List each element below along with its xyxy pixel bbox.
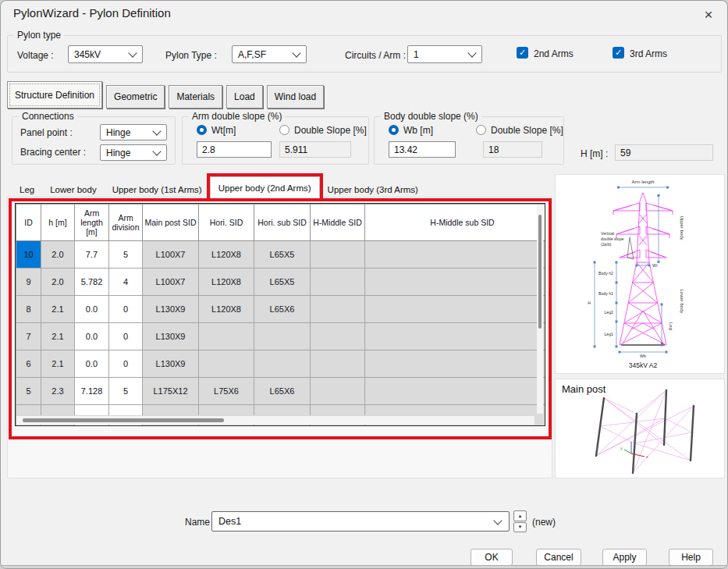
table-cell[interactable]: L100X7 [143, 241, 199, 268]
wt-input[interactable]: 2.8 [197, 141, 272, 158]
table-cell[interactable] [365, 296, 546, 323]
table-cell[interactable]: 2.3 [41, 378, 75, 405]
voltage-label: Voltage : [17, 50, 54, 61]
table-cell[interactable]: 5 [109, 378, 143, 405]
wt-radio[interactable] [197, 125, 207, 135]
row-id-cell[interactable]: 7 [16, 323, 41, 350]
spinner-down-button[interactable]: ▼ [513, 522, 527, 533]
table-cell[interactable]: L100X7 [143, 268, 199, 296]
subtab-upper-body-2nd-arms[interactable]: Upper body (2nd Arms) [210, 176, 320, 198]
pylon-definition-dialog: PylonWizard - Pylon Definition × Pylon t… [0, 0, 728, 569]
row-id-cell[interactable]: 8 [16, 296, 41, 323]
table-cell[interactable]: L175X12 [143, 378, 199, 405]
column-header-id: ID [16, 204, 41, 241]
table-cell[interactable]: 0.0 [75, 296, 109, 323]
table-cell[interactable]: L75X6 [199, 378, 254, 405]
wb-radio[interactable] [389, 125, 399, 135]
table-cell[interactable]: L120X8 [199, 241, 254, 268]
table-cell[interactable] [365, 378, 546, 405]
table-cell[interactable] [311, 323, 365, 350]
table-cell[interactable] [311, 296, 365, 323]
table-cell[interactable] [365, 268, 546, 296]
tab-load[interactable]: Load [226, 85, 263, 108]
table-cell[interactable]: L130X9 [143, 350, 199, 378]
subtab-upper-body-3rd-arms[interactable]: Upper body (3rd Arms) [320, 180, 426, 198]
table-cell[interactable]: 2.1 [41, 296, 75, 323]
table-cell[interactable] [365, 323, 546, 350]
row-id-cell[interactable]: 6 [16, 350, 41, 378]
table-cell[interactable] [311, 268, 365, 296]
table-cell[interactable]: 2.0 [41, 241, 75, 268]
table-cell[interactable]: 5.782 [75, 268, 109, 296]
table-cell[interactable]: L65X5 [254, 241, 311, 268]
leg-dim-label: Leg [669, 322, 673, 330]
apply-button[interactable]: Apply [602, 549, 647, 566]
tab-structure-definition[interactable]: Structure Definition [7, 81, 102, 108]
tab-wind-load[interactable]: Wind load [267, 85, 324, 108]
vertical-scrollbar[interactable] [537, 204, 543, 414]
table-cell[interactable] [254, 323, 311, 350]
help-button[interactable]: Help [669, 549, 713, 566]
table-cell[interactable]: 0 [109, 323, 143, 350]
table-cell[interactable]: L65X5 [254, 268, 311, 296]
table-cell[interactable]: L65X6 [254, 378, 311, 405]
window-title: PylonWizard - Pylon Definition [13, 6, 171, 20]
table-cell[interactable] [254, 350, 311, 378]
tab-geometric[interactable]: Geometric [106, 85, 165, 108]
third-arms-checkbox[interactable]: ✓ [613, 47, 624, 59]
table-cell[interactable]: L130X9 [143, 323, 199, 350]
subtab-upper-body-1st-arms[interactable]: Upper body (1st Arms) [105, 180, 210, 198]
vertical-scrollbar-thumb[interactable] [538, 215, 542, 329]
table-cell[interactable]: 0.0 [75, 350, 109, 378]
table-cell[interactable]: 2.1 [41, 350, 75, 378]
table-cell[interactable] [311, 241, 365, 268]
table-cell[interactable]: 5 [109, 241, 143, 268]
body-double-slope-group-label: Body double slope (%) [381, 111, 481, 122]
table-cell[interactable] [365, 241, 546, 268]
body-double-slope-radio[interactable] [476, 125, 486, 135]
name-combobox[interactable]: Des1 [211, 511, 510, 532]
subtab-lower-body[interactable]: Lower body [42, 180, 104, 198]
horizontal-scrollbar[interactable] [16, 415, 534, 425]
table-cell[interactable]: L65X6 [254, 296, 311, 323]
table-cell[interactable]: 2.1 [41, 323, 75, 350]
table-cell[interactable]: 2.0 [41, 268, 75, 296]
table-cell[interactable]: L120X8 [199, 268, 254, 296]
pylon-type-select[interactable]: A,F,SF [232, 45, 307, 63]
table-cell[interactable]: 7.7 [75, 241, 109, 268]
table-cell[interactable]: 0.0 [75, 323, 109, 350]
circuits-select[interactable]: 1 [407, 45, 482, 63]
table-cell[interactable]: 0 [109, 296, 143, 323]
chevron-down-icon [493, 516, 502, 525]
subtab-leg[interactable]: Leg [12, 180, 42, 198]
bracing-center-select[interactable]: Hinge [100, 144, 167, 161]
table-cell[interactable]: 0 [109, 350, 143, 378]
third-arms-label: 3rd Arms [630, 48, 667, 59]
row-id-cell[interactable]: 9 [16, 268, 41, 296]
close-icon[interactable]: × [696, 3, 721, 27]
second-arms-checkbox[interactable]: ✓ [517, 47, 528, 59]
arm-double-slope-radio[interactable] [279, 125, 289, 135]
table-cell[interactable]: L120X8 [199, 296, 254, 323]
spinner-up-button[interactable]: ▲ [513, 510, 527, 521]
table-cell[interactable] [311, 378, 365, 405]
slope-wedge [627, 237, 634, 259]
table-cell[interactable] [365, 350, 546, 378]
table-cell[interactable]: L130X9 [143, 296, 199, 323]
horizontal-scrollbar-thumb[interactable] [23, 418, 224, 422]
tab-materials[interactable]: Materials [169, 85, 222, 108]
cancel-button[interactable]: Cancel [536, 549, 581, 566]
main-tab-strip: Structure DefinitionGeometricMaterialsLo… [7, 81, 324, 108]
voltage-select[interactable]: 345kV [68, 45, 143, 63]
table-cell[interactable]: 7.128 [75, 378, 109, 405]
chevron-down-icon [467, 48, 476, 57]
table-cell[interactable]: 4 [109, 268, 143, 296]
panel-point-select[interactable]: Hinge [100, 124, 167, 140]
row-id-cell[interactable]: 5 [16, 378, 41, 405]
table-cell[interactable] [199, 350, 254, 378]
table-cell[interactable] [199, 323, 254, 350]
row-id-cell[interactable]: 10 [16, 241, 41, 268]
wb-input[interactable]: 13.42 [389, 141, 456, 158]
ok-button[interactable]: OK [471, 549, 513, 566]
table-cell[interactable] [311, 350, 365, 378]
